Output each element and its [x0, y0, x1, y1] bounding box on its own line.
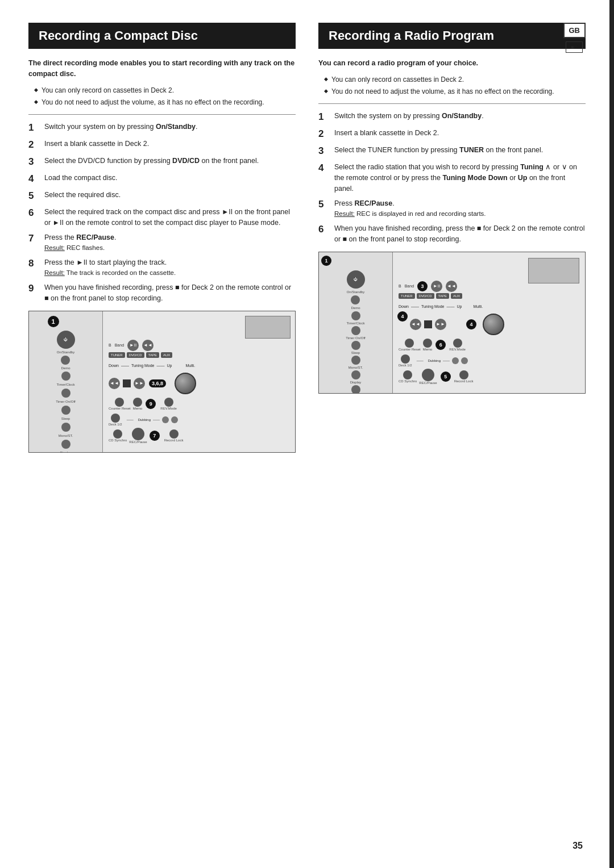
next-btn[interactable]: ►► [134, 378, 145, 389]
r-on-standby-btn[interactable]: ⏻ [347, 270, 365, 289]
r-callout-4a: 4 [397, 311, 408, 322]
right-step-3: 3 Select the TUNER function by pressing … [318, 145, 586, 157]
callout-7: 7 [150, 431, 160, 441]
r-next-btn[interactable]: ►► [435, 319, 446, 330]
forward-btn[interactable]: ◄◄ [142, 340, 154, 351]
r-volume-knob[interactable] [483, 314, 504, 335]
right-bullets: You can only record on cassettes in Deck… [318, 74, 586, 97]
right-section-title: Recording a Radio Program [318, 23, 586, 49]
aux-btn[interactable]: AUX [161, 352, 172, 358]
left-steps: 1 Switch your system on by pressing On/S… [28, 122, 296, 304]
deck12-btn[interactable] [111, 414, 120, 423]
r-dot2 [461, 357, 468, 364]
r-counter-reset-btn[interactable] [405, 339, 414, 348]
right-steps: 1 Switch the system on by pressing On/St… [318, 111, 586, 245]
on-standby-btn[interactable]: ⏻ [57, 331, 75, 349]
right-bullet-2: You do not need to adjust the volume, as… [318, 86, 586, 97]
right-step-5: 5 Press REC/Pause. Result: REC is displa… [318, 198, 586, 219]
r-callout-1: 1 [321, 256, 331, 266]
r-rev-mode-btn[interactable] [453, 339, 462, 348]
two-column-layout: Recording a Compact Disc The direct reco… [28, 23, 586, 453]
r-timer-onoff-btn[interactable] [351, 326, 360, 335]
right-intro: You can record a radio program of your c… [318, 58, 586, 69]
r-record-lock-btn[interactable] [459, 370, 468, 379]
left-section-title: Recording a Compact Disc [28, 23, 296, 49]
left-bullets: You can only record on cassettes in Deck… [28, 85, 296, 107]
right-step-1: 1 Switch the system on by pressing On/St… [318, 111, 586, 123]
r-mono-st-btn[interactable] [351, 356, 360, 365]
small-icon: ◼◻ [566, 41, 583, 53]
left-step-5: 5 Select the required disc. [28, 190, 296, 202]
demo-btn[interactable] [61, 356, 70, 365]
counter-reset-btn[interactable] [115, 398, 124, 407]
right-section: Recording a Radio Program You can record… [318, 23, 586, 453]
left-step-9: 9 When you have finished recording, pres… [28, 282, 296, 304]
r-cd-synchro-btn[interactable] [403, 370, 412, 379]
left-step-3: 3 Select the DVD/CD function by pressing… [28, 156, 296, 168]
dvdcd-btn[interactable]: DVD/CD [127, 352, 144, 358]
tape-display [245, 316, 291, 339]
r-forward-btn[interactable]: ◄◄ [446, 281, 457, 292]
memo-btn[interactable] [133, 398, 142, 407]
tape-btn[interactable]: TAPE [146, 352, 159, 358]
right-device-diagram: 1 ⏻ On/Standby Demo Timer/Clock [318, 252, 586, 394]
r-right-panel: B Band 3 ►II ◄◄ TUNER DVD/CD TAPE AUX [393, 252, 585, 393]
sleep-btn[interactable] [61, 406, 70, 415]
left-divider [28, 114, 296, 115]
r-tape-btn[interactable]: TAPE [436, 293, 449, 299]
left-intro: The direct recording mode enables you to… [28, 58, 296, 80]
right-panel: B Band ►II ◄◄ TUNER DVD/CD TAPE AUX [103, 311, 295, 452]
left-bullet-2: You do not need to adjust the volume, as… [28, 97, 296, 107]
display-btn[interactable] [61, 440, 70, 449]
dot2 [171, 416, 178, 423]
left-step-7: 7 Press the REC/Pause. Result: REC flash… [28, 232, 296, 253]
rev-mode-btn[interactable] [164, 398, 173, 407]
left-panel: 1 ⏻ On/Standby Demo Tim [29, 311, 103, 452]
r-rec-pause-btn[interactable] [422, 369, 434, 381]
gb-badge: GB ◼◻ [563, 23, 586, 53]
left-step-1: 1 Switch your system on by pressing On/S… [28, 122, 296, 134]
page-container: GB ◼◻ Recording a Compact Disc The direc… [0, 0, 614, 868]
tuner-btn[interactable]: TUNER [109, 352, 125, 358]
right-bullet-1: You can only record on cassettes in Deck… [318, 74, 586, 85]
play-pause-btn[interactable]: ►II [127, 340, 139, 351]
callout-368: 3,6,8 [149, 379, 166, 387]
r-callout-3: 3 [417, 281, 428, 291]
right-step-4: 4 Select the radio station that you wish… [318, 162, 586, 194]
left-step-6: 6 Select the required track on the compa… [28, 207, 296, 228]
r-demo-btn[interactable] [351, 295, 360, 304]
r-mic-btn[interactable] [351, 385, 360, 394]
page-number: 35 [572, 841, 583, 851]
left-step-8: 8 Press the ►II to start playing the tra… [28, 257, 296, 278]
rec-pause-left-btn[interactable] [132, 428, 144, 440]
cd-synchro-btn[interactable] [113, 429, 122, 439]
r-tuner-btn[interactable]: TUNER [399, 293, 415, 299]
r-sleep-btn[interactable] [351, 341, 360, 350]
r-aux-btn[interactable]: AUX [451, 293, 462, 299]
r-dvdcd-btn[interactable]: DVD/CD [417, 293, 434, 299]
timer-clock-btn[interactable] [61, 372, 70, 381]
r-stop-btn[interactable] [424, 320, 432, 328]
r-prev-btn[interactable]: ◄◄ [410, 319, 421, 330]
timer-onoff-btn[interactable] [61, 389, 70, 398]
r-play-pause-btn[interactable]: ►II [431, 281, 442, 292]
r-callout-5: 5 [441, 372, 451, 382]
right-divider [318, 103, 586, 104]
mono-st-btn[interactable] [61, 423, 70, 432]
left-bullet-1: You can only record on cassettes in Deck… [28, 85, 296, 95]
right-step-6: 6 When you have finished recording, pres… [318, 223, 586, 245]
prev-btn[interactable]: ◄◄ [109, 378, 120, 389]
r-memo-btn[interactable] [423, 339, 432, 348]
stop-btn[interactable] [123, 379, 131, 387]
record-lock-btn[interactable] [169, 429, 179, 439]
right-border [609, 0, 614, 868]
volume-knob[interactable] [175, 373, 196, 394]
right-step-2: 2 Insert a blank cassette in Deck 2. [318, 128, 586, 140]
right-device-left-panel: 1 ⏻ On/Standby Demo Timer/Clock [319, 252, 393, 393]
r-deck12-btn[interactable] [401, 354, 410, 364]
r-callout-4b: 4 [466, 319, 476, 329]
r-display-btn[interactable] [351, 370, 360, 379]
callout-9: 9 [146, 399, 156, 409]
gb-label: GB [563, 23, 586, 38]
r-timer-clock-btn[interactable] [351, 311, 360, 320]
